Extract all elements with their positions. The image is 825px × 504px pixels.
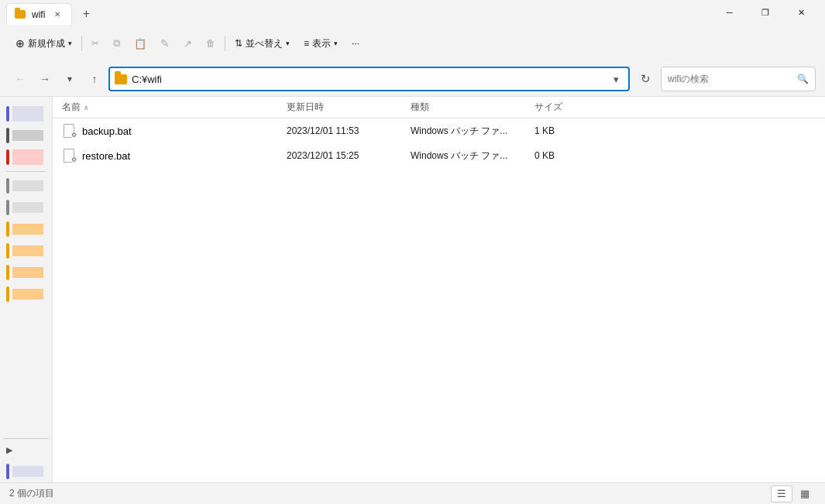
view-dropdown-icon: ▾ [334, 39, 338, 47]
address-bar-row: ← → ▾ ↑ ▾ ↻ 🔍 [0, 62, 825, 96]
file-name-0: backup.bat [82, 125, 132, 137]
toolbar-separator-2 [225, 36, 225, 51]
new-label: 新規作成 [28, 37, 65, 50]
sidebar-icon-bottom [12, 466, 43, 477]
forward-button[interactable]: → [34, 68, 56, 90]
sidebar-color-bar-6 [6, 221, 9, 237]
status-bar: 2 個の項目 ☰ ▦ [0, 482, 825, 504]
tab-area: wifi ✕ + [6, 0, 712, 25]
sidebar-icon-7 [12, 245, 43, 256]
sidebar-color-bar-8 [6, 265, 9, 280]
share-button[interactable]: ↗ [177, 34, 198, 53]
bat-gear-icon: ⚙ [71, 157, 77, 163]
cut-button[interactable]: ✂ [85, 34, 105, 53]
sidebar-icon-4 [12, 180, 43, 191]
address-dropdown-button[interactable]: ▾ [608, 71, 624, 87]
sort-icon: ⇅ [235, 38, 242, 49]
cut-icon: ✂ [91, 38, 99, 49]
column-type[interactable]: 種類 [411, 101, 535, 114]
view-button[interactable]: ≡ 表示 ▾ [297, 33, 344, 54]
tab-wifi[interactable]: wifi ✕ [6, 3, 72, 25]
list-view-button[interactable]: ☰ [771, 485, 792, 502]
sidebar-color-bar-2 [6, 128, 9, 143]
sidebar-icon-1 [12, 106, 43, 122]
file-date-1: 2023/12/01 15:25 [287, 150, 411, 161]
file-list: ⚙ backup.bat 2023/12/01 11:53 Windows バッ… [53, 118, 825, 482]
sidebar-color-bar-5 [6, 200, 9, 215]
sidebar-icon-5 [12, 202, 43, 213]
column-size[interactable]: サイズ [535, 101, 596, 114]
table-row[interactable]: ⚙ backup.bat 2023/12/01 11:53 Windows バッ… [53, 118, 825, 143]
file-size-1: 0 KB [535, 150, 596, 161]
rename-button[interactable]: ✎ [154, 33, 176, 53]
restore-button[interactable]: ❐ [748, 0, 783, 25]
sidebar-color-bar-9 [6, 286, 9, 302]
address-bar[interactable]: ▾ [108, 67, 630, 91]
minimize-button[interactable]: ─ [712, 0, 748, 25]
sidebar-item-7[interactable] [0, 240, 52, 262]
sidebar-color-bar-4 [6, 178, 9, 194]
sort-label: 並べ替え [246, 37, 283, 50]
file-date-0: 2023/12/01 11:53 [287, 125, 411, 136]
grid-view-button[interactable]: ▦ [794, 485, 816, 502]
sidebar-color-bar-7 [6, 243, 9, 259]
new-tab-button[interactable]: + [75, 3, 97, 25]
close-button[interactable]: ✕ [783, 0, 819, 25]
search-input[interactable] [668, 74, 792, 84]
search-icon[interactable]: 🔍 [797, 74, 809, 84]
column-name-label: 名前 [62, 101, 81, 114]
delete-icon: 🗑 [206, 38, 215, 49]
column-name[interactable]: 名前 ∧ [62, 101, 287, 114]
back-button[interactable]: ← [9, 68, 31, 90]
sidebar-item-6[interactable] [0, 218, 52, 240]
column-type-label: 種類 [411, 101, 429, 112]
sidebar-expand-button[interactable]: ▶ [0, 439, 52, 461]
sidebar-color-bar-1 [6, 106, 9, 122]
sidebar-item-3[interactable] [0, 146, 52, 168]
file-name-1: restore.bat [82, 150, 130, 162]
sidebar-icon-8 [12, 267, 43, 278]
sidebar-item-bottom[interactable] [0, 461, 52, 482]
column-date-label: 更新日時 [287, 101, 324, 112]
file-list-header: 名前 ∧ 更新日時 種類 サイズ [53, 97, 825, 118]
sidebar-color-bar-bottom [6, 464, 9, 479]
sidebar-item-4[interactable] [0, 175, 52, 197]
new-icon: ⊕ [15, 37, 25, 50]
sidebar: ▶ [0, 97, 53, 482]
file-type-1: Windows バッチ ファ... [411, 149, 535, 163]
sidebar-icon-2 [12, 130, 43, 141]
sidebar-color-bar-3 [6, 149, 9, 165]
sort-dropdown-icon: ▾ [286, 39, 290, 47]
address-folder-icon [115, 74, 127, 84]
sidebar-item-9[interactable] [0, 283, 52, 305]
rename-icon: ✎ [160, 37, 170, 50]
more-button[interactable]: ··· [345, 34, 366, 53]
file-name-cell: ⚙ restore.bat [62, 148, 287, 163]
bat-gear-icon: ⚙ [71, 132, 77, 139]
sort-button[interactable]: ⇅ 並べ替え ▾ [229, 33, 296, 54]
column-size-label: サイズ [535, 101, 562, 112]
sidebar-item-5[interactable] [0, 197, 52, 218]
title-bar: wifi ✕ + ─ ❐ ✕ [0, 0, 825, 25]
tab-close-button[interactable]: ✕ [51, 9, 64, 21]
copy-button[interactable]: ⧉ [107, 33, 126, 53]
sidebar-item-1[interactable] [0, 103, 52, 125]
address-input[interactable] [132, 74, 603, 85]
table-row[interactable]: ⚙ restore.bat 2023/12/01 15:25 Windows バ… [53, 143, 825, 168]
sidebar-icon-6 [12, 224, 43, 235]
tab-label: wifi [32, 9, 45, 20]
main-content: ▶ 名前 ∧ 更新日時 種類 サイズ [0, 96, 825, 482]
delete-button[interactable]: 🗑 [200, 34, 222, 53]
new-button[interactable]: ⊕ 新規作成 ▾ [9, 33, 78, 54]
sidebar-item-2[interactable] [0, 125, 52, 146]
refresh-button[interactable]: ↻ [633, 67, 658, 91]
recent-button[interactable]: ▾ [59, 68, 81, 90]
up-button[interactable]: ↑ [84, 68, 105, 90]
sidebar-item-8[interactable] [0, 262, 52, 283]
more-icon: ··· [352, 38, 359, 49]
file-icon-backup: ⚙ [62, 123, 76, 139]
paste-button[interactable]: 📋 [128, 34, 153, 53]
window-controls: ─ ❐ ✕ [712, 0, 819, 25]
file-type-0: Windows バッチ ファ... [411, 125, 535, 138]
column-date[interactable]: 更新日時 [287, 101, 411, 114]
